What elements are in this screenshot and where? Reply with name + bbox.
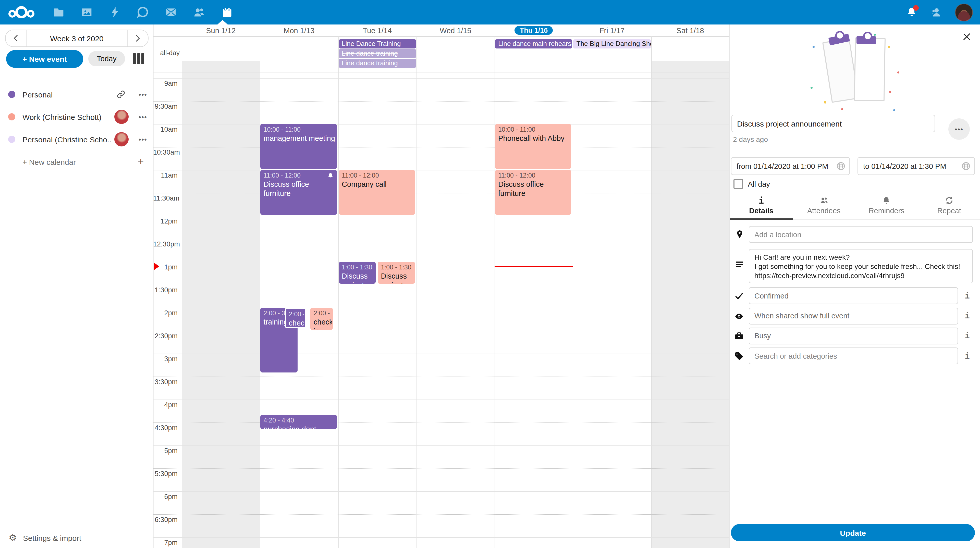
event-title: management meeting <box>264 133 336 143</box>
event-title: Discuss project <box>381 271 414 283</box>
tab-label: Reminders <box>869 206 904 215</box>
slot-line <box>153 147 729 147</box>
slot-line <box>153 537 729 537</box>
slot-line <box>153 514 729 515</box>
contacts-icon[interactable] <box>193 6 205 18</box>
time-axis-label: 12:30pm <box>153 240 178 248</box>
calendar-event[interactable]: 1:00 - 1:30Discuss project <box>378 262 415 283</box>
calendar-event[interactable]: 10:00 - 11:00management meeting <box>261 124 337 168</box>
time-axis-label: 3pm <box>153 355 178 362</box>
time-axis-label: 3:30pm <box>153 378 178 386</box>
location-pin-icon <box>735 230 744 239</box>
day-header-fri: Fri 1/17 <box>573 24 651 36</box>
start-datetime-picker[interactable]: from 01/14/2020 at 1:00 PM <box>731 157 850 175</box>
close-icon[interactable] <box>961 31 973 43</box>
activity-icon[interactable] <box>109 6 121 18</box>
event-time-label: 11:00 - 12:00 <box>342 171 414 179</box>
mail-icon[interactable] <box>165 6 177 18</box>
header-contacts-icon[interactable] <box>931 6 942 18</box>
today-pill: Thu 1/16 <box>515 26 553 35</box>
event-title: check-in <box>313 317 332 330</box>
calendar-event[interactable]: 2:00 - 2:check-in <box>285 307 306 328</box>
status-select[interactable]: Confirmed <box>749 287 958 304</box>
categories-info-icon[interactable]: i <box>962 351 972 361</box>
people-icon <box>819 196 829 205</box>
update-button[interactable]: Update <box>731 524 975 542</box>
files-icon[interactable] <box>53 6 64 18</box>
time-axis-label: 10:30am <box>153 148 178 156</box>
all-day-checkbox[interactable] <box>733 179 743 189</box>
event-reminder-bell-icon <box>327 172 334 179</box>
event-time-label: 11:00 - 12:00 <box>498 171 570 179</box>
visibility-eye-icon <box>735 312 744 321</box>
slot-line <box>153 284 729 285</box>
event-actions-menu-button[interactable]: ••• <box>948 118 970 140</box>
current-time-marker <box>154 262 159 270</box>
calendar-event[interactable]: 2:00 - 2:check-in <box>310 307 333 330</box>
column-border <box>495 36 495 548</box>
tab-repeat[interactable]: Repeat <box>918 193 980 219</box>
photos-icon[interactable] <box>81 6 92 18</box>
status-info-icon[interactable]: i <box>962 291 972 300</box>
time-axis-label: 7pm <box>153 538 178 546</box>
slot-line <box>153 192 729 193</box>
column-border <box>651 36 652 548</box>
time-axis-label: 11am <box>153 171 178 179</box>
slot-line <box>153 238 729 239</box>
all-day-toggle[interactable]: All day <box>733 179 770 189</box>
day-header-label: Tue 1/14 <box>363 26 392 35</box>
calendar-event[interactable]: 4:20 - 4:40purchasing dept <box>261 415 337 429</box>
freebusy-info-icon[interactable]: i <box>962 330 972 340</box>
all-day-event[interactable]: Line dance training <box>339 59 416 68</box>
visibility-select[interactable]: When shared show full event <box>749 307 958 324</box>
time-axis-label: 2:30pm <box>153 332 178 340</box>
slot-line <box>153 262 729 262</box>
column-border <box>417 36 417 548</box>
description-textarea[interactable]: Hi Carl! are you in next week? I got som… <box>749 249 973 283</box>
app-window: Week 3 of 2020 + New event Today Persona… <box>0 0 980 548</box>
location-input[interactable] <box>749 226 973 243</box>
app-navigation <box>53 0 233 24</box>
day-header-sun: Sun 1/12 <box>182 24 260 36</box>
end-datetime-picker[interactable]: to 01/14/2020 at 1:30 PM <box>858 157 975 175</box>
event-title-input[interactable] <box>732 115 935 132</box>
notifications-bell-icon[interactable] <box>906 6 917 18</box>
calendar-event[interactable]: 11:00 - 12:00Company call <box>339 170 415 214</box>
nextcloud-logo[interactable] <box>7 3 36 21</box>
grid-separator <box>153 72 729 73</box>
freebusy-select[interactable]: Busy <box>749 327 958 344</box>
calendar-event[interactable]: 11:00 - 12:00Discuss office furniture <box>495 170 571 214</box>
timezone-globe-icon[interactable] <box>837 162 845 170</box>
tab-details[interactable]: iDetails <box>730 193 793 219</box>
timezone-globe-icon[interactable] <box>962 162 970 170</box>
all-day-event[interactable]: Line Dance Training <box>339 39 416 48</box>
current-time-line <box>495 266 573 267</box>
time-axis-label: 2pm <box>153 309 178 317</box>
all-day-event[interactable]: Line dance training <box>339 49 416 58</box>
all-day-event[interactable]: Line dance main rehearsal <box>495 39 573 48</box>
day-header-thu: Thu 1/16 <box>495 24 573 36</box>
slot-line <box>153 376 729 377</box>
slot-line <box>153 422 729 423</box>
user-avatar[interactable] <box>955 3 973 21</box>
calendar-icon[interactable] <box>221 6 233 18</box>
all-day-event[interactable]: The Big Line Dancing Show <box>573 39 651 48</box>
event-title: Discuss office furniture <box>264 179 336 198</box>
tab-label: Repeat <box>937 206 961 215</box>
info-icon: i <box>759 196 764 205</box>
clipboard-back <box>822 38 859 103</box>
calendar-event[interactable]: 10:00 - 11:00Phonecall with Abby <box>495 124 571 168</box>
column-border <box>260 36 261 548</box>
talk-icon[interactable] <box>137 6 148 18</box>
slot-line <box>153 216 729 216</box>
time-axis-label: 6pm <box>153 492 178 500</box>
tab-reminders[interactable]: Reminders <box>855 193 918 219</box>
categories-input[interactable] <box>749 348 958 364</box>
tab-attendees[interactable]: Attendees <box>793 193 856 219</box>
calendar-event[interactable]: 11:00 - 12:00Discuss office furniture <box>261 170 337 214</box>
visibility-info-icon[interactable]: i <box>962 311 972 321</box>
day-header-label: Sat 1/18 <box>676 26 704 35</box>
top-bar <box>0 0 980 24</box>
calendar-event[interactable]: 1:00 - 1:30Discuss project announcement <box>339 262 375 283</box>
time-axis-label: 5pm <box>153 447 178 454</box>
